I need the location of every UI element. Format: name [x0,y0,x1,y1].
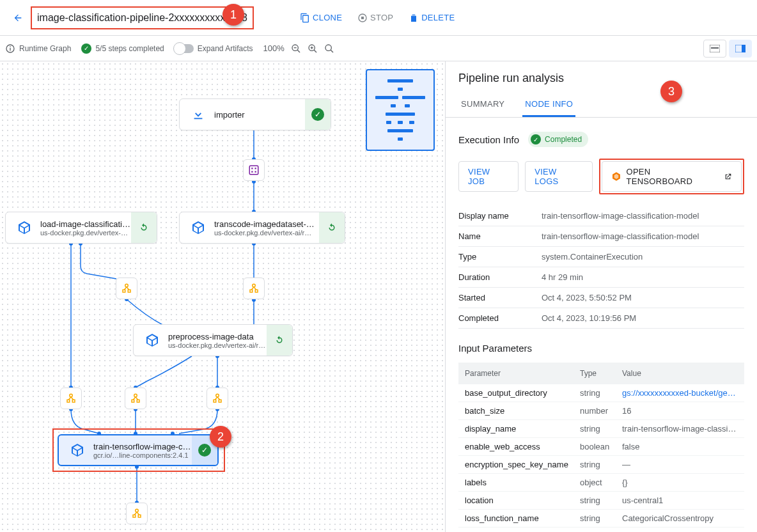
tab-node-info[interactable]: NODE INFO [522,93,575,117]
minimap[interactable] [366,69,435,151]
node-artifact[interactable] [243,278,265,299]
node-artifact[interactable] [125,387,146,409]
zoom-value: 100% [263,43,285,53]
node-load[interactable]: load-image-classificatio… us-docker.pkg.… [5,212,157,244]
svg-rect-46 [128,290,130,292]
svg-rect-15 [711,47,719,49]
node-load-sub: us-docker.pkg.dev/vertex-ai/r… [40,229,131,237]
svg-point-59 [134,394,137,397]
panel-split-icon [735,45,745,52]
param-value: 16 [622,406,738,416]
node-train[interactable]: train-tensorflow-image-c… gcr.io/…line-c… [58,434,219,466]
kv-row: StartedOct 4, 2023, 5:50:52 PM [458,288,744,308]
zoom-reset-icon[interactable] [324,43,334,54]
reload-icon [274,334,285,346]
param-type: number [580,406,622,416]
view-logs-button[interactable]: VIEW LOGS [525,161,592,192]
mm-bar [402,96,425,99]
param-name: loss_function_name [465,513,580,523]
cube-icon [68,441,87,460]
node-artifact[interactable] [243,159,265,181]
svg-rect-45 [123,290,125,292]
node-status-cached [267,325,292,356]
cube-icon [15,218,34,237]
param-type: string [580,513,622,523]
col-type: Type [580,369,622,378]
artifact-icon [248,283,260,294]
stop-button: STOP [350,8,401,28]
mm-bar [386,113,415,116]
open-tb-label: OPEN TENSORBOARD [626,167,719,186]
pipeline-name-text: image-classification-pipeline-2xxxxxxxxx… [37,12,247,24]
svg-rect-17 [742,45,745,52]
kv-val: 4 hr 29 min [542,272,744,282]
reload-icon [326,222,338,233]
zoom-controls: 100% [263,43,334,54]
panel-title: Pipeline run analysis [446,72,757,93]
status-bar: Runtime Graph ✓ 5/5 steps completed Expa… [0,36,757,61]
param-row: display_namestringtrain-tensorflow-image… [458,420,744,438]
kv-row: Nametrain-tensorflow-image-classificatio… [458,226,744,247]
svg-point-54 [70,394,73,397]
svg-rect-56 [72,400,75,402]
node-artifact[interactable] [207,387,228,409]
mm-bar [375,96,398,99]
svg-rect-3 [10,47,10,51]
delete-button[interactable]: DELETE [401,8,462,28]
mm-bar [405,104,410,107]
clone-label: CLONE [313,13,342,22]
node-artifact[interactable] [60,387,82,409]
node-importer[interactable]: importer ✓ [179,98,331,130]
param-name: batch_size [465,406,580,416]
svg-rect-70 [133,515,136,517]
mm-bar [386,121,391,124]
stop-icon [357,13,368,23]
node-transcode-sub: us-docker.pkg.dev/vertex-ai/r… [214,229,319,237]
check-icon: ✓ [198,444,211,457]
callout-badge-3: 3 [660,81,682,102]
node-artifact[interactable] [126,503,148,524]
param-row: base_output_directorystringgs://xxxxxxxx… [458,384,744,402]
param-value: {} [622,478,738,487]
kv-key: Started [458,293,542,302]
node-status-success: ✓ [305,99,331,130]
node-transcode[interactable]: transcode-imagedataset-… us-docker.pkg.d… [179,212,345,244]
param-type: string [580,460,622,469]
svg-rect-60 [132,400,134,402]
param-name: base_output_directory [465,388,580,398]
check-icon: ✓ [311,108,324,121]
svg-rect-41 [255,168,256,169]
cube-icon [189,218,208,237]
node-artifact[interactable] [116,278,137,299]
info-icon [5,43,15,54]
highlight-box-3: OPEN TENSORBOARD [599,159,744,194]
view-mode-2[interactable] [729,40,752,58]
svg-rect-51 [255,290,258,292]
kv-row: Display nametrain-tensorflow-image-class… [458,206,744,226]
param-row: labelsobject{} [458,474,744,492]
param-row: batch_sizenumber16 [458,402,744,420]
param-row: locationstringus-central1 [458,492,744,510]
tab-summary[interactable]: SUMMARY [458,93,507,117]
check-icon: ✓ [81,43,91,54]
back-button[interactable] [5,5,31,31]
zoom-out-icon[interactable] [291,43,301,54]
kv-val: system.ContainerExecution [542,252,744,262]
node-preprocess[interactable]: preprocess-image-data us-docker.pkg.dev/… [133,324,293,356]
zoom-in-icon[interactable] [308,43,318,54]
kv-row: Duration4 hr 29 min [458,267,744,288]
open-tensorboard-button[interactable]: OPEN TENSORBOARD [602,161,742,192]
view-job-button[interactable]: VIEW JOB [458,161,519,192]
svg-point-49 [253,284,256,287]
kv-key: Duration [458,272,542,282]
expand-artifacts-chip[interactable]: Expand Artifacts [175,44,253,53]
view-mode-1[interactable] [703,40,726,58]
svg-rect-4 [10,46,10,47]
runtime-graph-chip[interactable]: Runtime Graph [5,43,71,54]
param-value: us-central1 [622,496,738,505]
toggle-icon[interactable] [175,44,194,53]
node-preprocess-title: preprocess-image-data [168,332,267,341]
clone-button[interactable]: CLONE [292,8,350,28]
graph-canvas[interactable]: importer ✓ load-image-classificatio… us-… [0,61,445,532]
param-value[interactable]: gs://xxxxxxxxxxed-bucket/genai-tuning-ex… [622,388,738,398]
